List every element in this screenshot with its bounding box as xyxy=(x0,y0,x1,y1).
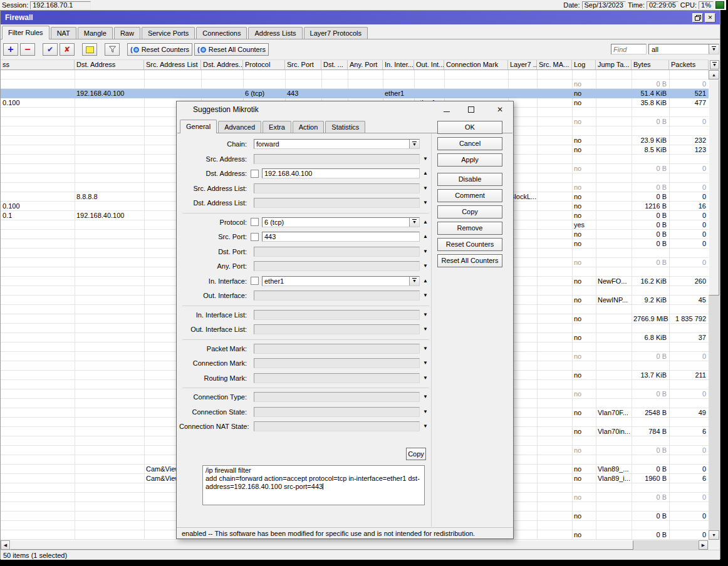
down-toggle-icon[interactable]: ▼ xyxy=(420,154,431,164)
filter-scope-select[interactable]: all ▼ xyxy=(648,44,719,54)
comment-button[interactable] xyxy=(82,43,97,56)
field-input-chain[interactable]: forward▼ xyxy=(254,139,420,149)
horizontal-scrollbar[interactable]: ◀ ▶ xyxy=(1,540,709,550)
scroll-up-button[interactable]: ▲ xyxy=(709,70,719,80)
down-toggle-icon[interactable]: ▼ xyxy=(420,291,431,301)
down-toggle-icon[interactable]: ▼ xyxy=(420,421,431,431)
not-checkbox[interactable] xyxy=(251,277,259,285)
cancel-button[interactable]: Cancel xyxy=(437,137,502,150)
down-toggle-icon[interactable]: ▼ xyxy=(420,373,431,383)
remove-rule-button[interactable]: − xyxy=(20,43,35,56)
disable-rule-button[interactable]: ✘ xyxy=(60,43,75,56)
column-header-dst[interactable]: Dst. Address xyxy=(75,60,144,69)
column-header-dstPort[interactable]: Dst. ... xyxy=(321,60,348,69)
enable-rule-button[interactable]: ✔ xyxy=(43,43,58,56)
field-input-connection-mark[interactable] xyxy=(254,358,420,368)
ok-button[interactable]: OK xyxy=(437,121,502,134)
field-input-connection-type[interactable] xyxy=(254,392,420,402)
close-button[interactable]: ✕ xyxy=(705,13,715,23)
field-input-connection-nat-state[interactable] xyxy=(254,421,420,431)
column-header-inIf[interactable]: In. Inter... xyxy=(383,60,414,69)
tab-nat[interactable]: NAT xyxy=(51,27,76,39)
field-input-in-interface-list[interactable] xyxy=(254,310,420,320)
dropdown-button[interactable]: ▼ xyxy=(409,277,419,286)
scroll-left-button[interactable]: ◀ xyxy=(1,540,10,550)
column-header-layer7[interactable]: Layer7 ... xyxy=(508,60,537,69)
tab-connections[interactable]: Connections xyxy=(196,27,247,39)
down-toggle-icon[interactable]: ▼ xyxy=(420,407,431,417)
script-textarea[interactable]: /ip firewall filteradd chain=forward act… xyxy=(202,465,425,505)
table-row[interactable]: no0 B0 xyxy=(1,80,709,89)
minimize-button[interactable] xyxy=(442,105,451,114)
scroll-right-button[interactable]: ▶ xyxy=(699,540,708,550)
add-rule-button[interactable]: + xyxy=(3,43,18,56)
tab-action[interactable]: Action xyxy=(293,121,325,133)
column-header-anyPort[interactable]: Any. Port xyxy=(348,60,383,69)
column-header-log[interactable]: Log xyxy=(572,60,596,69)
down-toggle-icon[interactable]: ▼ xyxy=(420,344,431,354)
down-toggle-icon[interactable]: ▼ xyxy=(420,198,431,208)
find-input[interactable] xyxy=(611,44,647,54)
restore-button[interactable] xyxy=(692,13,703,23)
tab-layer7-protocols[interactable]: Layer7 Protocols xyxy=(304,27,368,39)
filter-button[interactable] xyxy=(105,43,120,56)
field-input-src-address[interactable] xyxy=(254,154,420,164)
down-toggle-icon[interactable]: ▼ xyxy=(420,392,431,402)
field-input-dst-address-list[interactable] xyxy=(254,198,420,208)
column-header-src[interactable]: ss xyxy=(1,60,75,69)
down-toggle-icon[interactable]: ▼ xyxy=(420,310,431,320)
tab-advanced[interactable]: Advanced xyxy=(218,121,261,133)
field-input-src-address-list[interactable] xyxy=(254,183,420,193)
field-input-any-port[interactable] xyxy=(254,261,420,271)
column-header-outIf[interactable]: Out. Int... xyxy=(414,60,444,69)
vertical-scrollbar[interactable]: ▲ ▼ xyxy=(709,70,719,540)
apply-button[interactable]: Apply xyxy=(437,153,502,167)
reset-all-counters-button[interactable]: ( Reset All Counters xyxy=(194,43,269,56)
dropdown-button[interactable]: ▼ xyxy=(409,140,419,148)
tab-service-ports[interactable]: Service Ports xyxy=(142,27,195,39)
remove-button[interactable]: Remove xyxy=(437,222,502,235)
field-input-in-interface[interactable]: ether1▼ xyxy=(262,276,420,286)
column-select-button[interactable]: ▼ xyxy=(710,60,719,69)
field-input-routing-mark[interactable] xyxy=(254,373,420,383)
copy-script-button[interactable]: Copy xyxy=(406,448,426,460)
column-header-jump[interactable]: Jump Ta... xyxy=(596,60,632,69)
down-toggle-icon[interactable]: ▼ xyxy=(420,324,431,334)
field-input-out-interface[interactable] xyxy=(254,291,420,301)
reset-counters-button[interactable]: ( Reset Counters xyxy=(127,43,192,56)
comment-button[interactable]: Comment xyxy=(437,189,502,202)
reset-counters-button[interactable]: Reset Counters xyxy=(437,238,502,251)
copy-button[interactable]: Copy xyxy=(437,205,502,219)
field-input-packet-mark[interactable] xyxy=(254,344,420,354)
field-input-connection-state[interactable] xyxy=(254,407,420,417)
down-toggle-icon[interactable]: ▼ xyxy=(420,358,431,368)
horizontal-scroll-thumb[interactable] xyxy=(10,540,633,550)
field-input-protocol[interactable]: 6 (tcp)▼ xyxy=(262,217,420,227)
not-checkbox[interactable] xyxy=(251,218,259,226)
field-input-dst-address[interactable]: 192.168.40.100 xyxy=(262,168,420,178)
table-row[interactable]: 192.168.40.1006 (tcp)443ether1no51.4 KiB… xyxy=(1,89,709,98)
tab-statistics[interactable]: Statistics xyxy=(325,121,365,133)
down-toggle-icon[interactable]: ▼ xyxy=(420,183,431,193)
tab-extra[interactable]: Extra xyxy=(263,121,291,133)
up-toggle-icon[interactable]: ▲ xyxy=(420,276,431,286)
tab-general[interactable]: General xyxy=(180,120,217,133)
vertical-scroll-thumb[interactable] xyxy=(709,80,719,296)
field-input-dst-port[interactable] xyxy=(254,247,420,257)
tab-filter-rules[interactable]: Filter Rules xyxy=(2,26,49,39)
not-checkbox[interactable] xyxy=(251,170,259,178)
down-toggle-icon[interactable]: ▼ xyxy=(420,261,431,271)
field-input-src-port[interactable]: 443 xyxy=(262,232,420,242)
maximize-button[interactable] xyxy=(467,105,476,114)
column-header-packets[interactable]: Packets xyxy=(669,60,709,69)
dropdown-button[interactable]: ▼ xyxy=(409,218,419,227)
field-input-out-interface-list[interactable] xyxy=(254,324,420,334)
dropdown-button[interactable]: ▼ xyxy=(709,44,719,54)
column-header-bytes[interactable]: Bytes xyxy=(632,60,669,69)
column-header-proto[interactable]: Protocol xyxy=(243,60,285,69)
column-header-dstList[interactable]: Dst. Addres... xyxy=(201,60,243,69)
column-header-srcMac[interactable]: Src. MA... xyxy=(537,60,572,69)
close-button[interactable]: ✕ xyxy=(496,105,504,114)
down-toggle-icon[interactable]: ▼ xyxy=(420,247,431,257)
tab-mangle[interactable]: Mangle xyxy=(78,27,113,39)
